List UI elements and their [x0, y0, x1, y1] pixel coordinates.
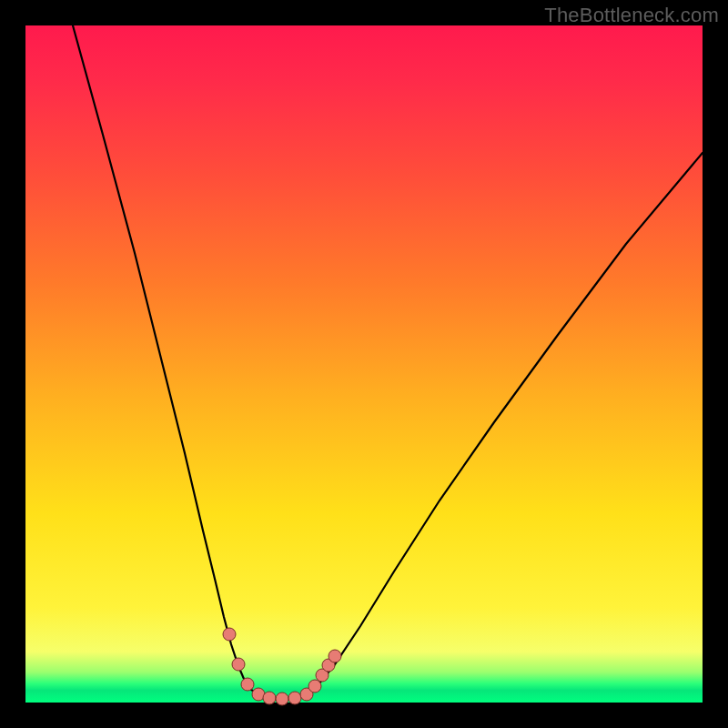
curve-marker — [223, 628, 236, 641]
chart-frame: TheBottleneck.com — [0, 0, 728, 728]
curve-marker — [288, 692, 301, 704]
curve-marker — [263, 692, 276, 704]
curve-layer — [25, 25, 703, 703]
plot-area — [25, 25, 703, 703]
curve-marker — [241, 678, 254, 691]
curve-marker — [308, 680, 321, 693]
bottleneck-curve — [73, 25, 703, 699]
curve-marker — [329, 650, 341, 662]
watermark-text: TheBottleneck.com — [544, 4, 719, 27]
curve-marker — [276, 693, 288, 705]
curve-markers — [223, 628, 341, 705]
curve-marker — [232, 658, 245, 671]
